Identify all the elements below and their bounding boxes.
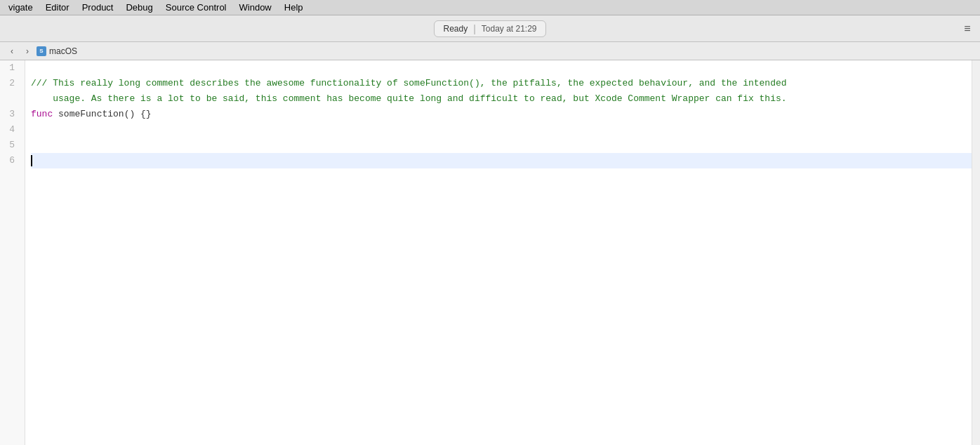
line-numbers: 1 2 3 4 5 6 xyxy=(0,60,25,445)
editor-container[interactable]: 1 2 3 4 5 6 /// This really long comment… xyxy=(0,60,980,445)
scrollbar[interactable] xyxy=(972,60,980,445)
code-line-5-content xyxy=(31,138,37,153)
code-space-1 xyxy=(53,107,58,122)
status-ready-label: Ready xyxy=(443,24,468,34)
code-line-4 xyxy=(31,122,972,138)
toolbar-expand-button[interactable]: ≡ xyxy=(958,19,977,39)
menu-item-source-control[interactable]: Source Control xyxy=(160,1,232,14)
code-line-4-content xyxy=(31,122,37,138)
line-num-1: 1 xyxy=(0,60,20,76)
toolbar-timestamp: Today at 21:29 xyxy=(482,24,537,34)
code-line-3: func someFunction() {} xyxy=(31,107,972,122)
code-line-2-content: /// This really long comment describes t… xyxy=(31,76,787,91)
menu-item-window[interactable]: Window xyxy=(234,1,277,14)
code-line-2: /// This really long comment describes t… xyxy=(31,76,972,91)
code-line-5 xyxy=(31,138,972,153)
code-line-6[interactable] xyxy=(31,153,972,168)
code-editor[interactable]: /// This really long comment describes t… xyxy=(25,60,972,445)
text-cursor xyxy=(31,155,32,166)
line-num-6: 6 xyxy=(0,153,20,168)
line-num-5: 5 xyxy=(0,138,20,153)
code-line-2-cont: usage. As there is a lot to be said, thi… xyxy=(31,91,972,107)
nav-forward-button[interactable]: › xyxy=(21,45,34,58)
breadcrumb-file-name: macOS xyxy=(49,46,77,56)
line-num-2cont xyxy=(0,91,20,107)
menu-item-product[interactable]: Product xyxy=(77,1,119,14)
toolbar-separator: | xyxy=(473,23,476,34)
code-function-name: someFunction() {} xyxy=(58,107,152,122)
breadcrumb-file[interactable]: S macOS xyxy=(37,46,77,56)
code-line-1 xyxy=(31,60,972,76)
toolbar: Ready | Today at 21:29 ≡ xyxy=(0,15,980,42)
code-line-2-cont-content: usage. As there is a lot to be said, thi… xyxy=(31,91,787,107)
file-icon: S xyxy=(37,46,46,56)
breadcrumb-bar: ‹ › S macOS xyxy=(0,42,980,60)
menu-item-navigate[interactable]: vigate xyxy=(3,1,39,14)
menu-item-debug[interactable]: Debug xyxy=(120,1,158,14)
code-line-1-content xyxy=(31,60,37,76)
nav-back-button[interactable]: ‹ xyxy=(6,45,18,58)
toolbar-right: ≡ xyxy=(958,15,977,41)
toolbar-status: Ready | Today at 21:29 xyxy=(434,20,545,37)
menu-item-help[interactable]: Help xyxy=(279,1,309,14)
menu-bar: vigate Editor Product Debug Source Contr… xyxy=(0,0,980,15)
menu-item-editor[interactable]: Editor xyxy=(40,1,75,14)
line-num-4: 4 xyxy=(0,122,20,138)
line-num-2: 2 xyxy=(0,76,20,91)
line-num-3: 3 xyxy=(0,107,20,122)
code-keyword-func: func xyxy=(31,107,53,122)
